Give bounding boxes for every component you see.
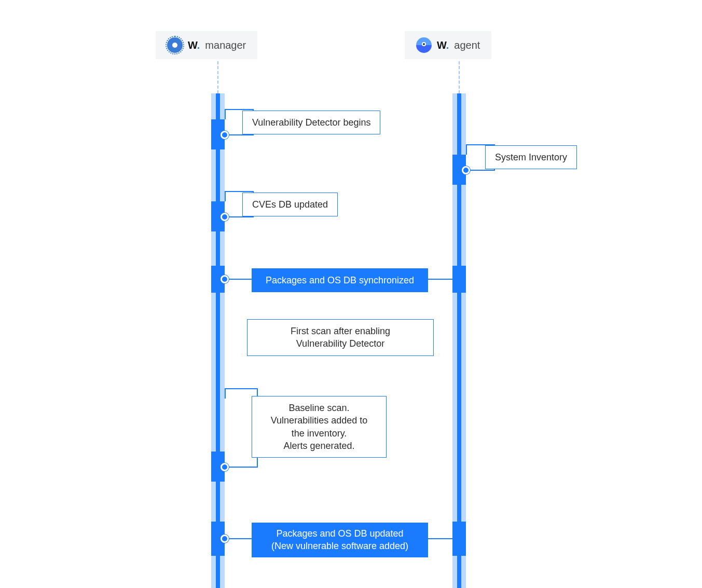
- connector-line: [229, 216, 254, 217]
- wazuh-logo-text: W: [188, 39, 200, 51]
- lifeline-dash-agent: [459, 61, 460, 93]
- step-text: First scan after enabling: [291, 326, 390, 336]
- step-text: (New vulnerable software added): [271, 541, 408, 551]
- connector-line: [225, 109, 254, 110]
- connector-line: [225, 388, 258, 389]
- connector-dot: [221, 463, 229, 471]
- connector-line: [470, 170, 495, 171]
- connector-line: [225, 388, 226, 399]
- step-vuln-detector-begins: Vulnerability Detector begins: [242, 111, 380, 134]
- connector-dot: [221, 535, 229, 543]
- sequence-diagram: W manager W agent Vulnerability Detector…: [0, 0, 702, 588]
- participant-agent: W agent: [405, 31, 491, 59]
- step-text: CVEs DB updated: [252, 199, 328, 210]
- step-baseline-scan: Baseline scan. Vulnerabilities added to …: [252, 396, 387, 458]
- wazuh-logo-text: W: [437, 39, 449, 51]
- step-db-updated: Packages and OS DB updated (New vulnerab…: [252, 523, 428, 557]
- step-text: Packages and OS DB updated: [276, 528, 403, 539]
- exec-block: [452, 266, 466, 293]
- step-sync: Packages and OS DB synchronized: [252, 268, 428, 292]
- activation-manager: [216, 93, 220, 588]
- lifeline-dash-manager: [217, 61, 218, 93]
- step-text: Packages and OS DB synchronized: [266, 275, 414, 285]
- connector-line: [229, 134, 254, 135]
- connector-line: [225, 191, 254, 192]
- wazuh-agent-icon: [416, 37, 432, 53]
- step-text: System Inventory: [495, 152, 567, 162]
- connector-dot: [462, 166, 470, 174]
- connector-line: [225, 109, 226, 119]
- connector-dot: [221, 275, 229, 283]
- participant-manager: W manager: [156, 31, 257, 59]
- step-text: Vulnerability Detector: [296, 338, 384, 349]
- step-system-inventory: System Inventory: [485, 145, 577, 169]
- step-text: Baseline scan.: [288, 403, 349, 413]
- step-text: the inventory.: [292, 428, 347, 439]
- connector-dot: [221, 213, 229, 221]
- connector-line: [466, 144, 467, 155]
- step-cves-updated: CVEs DB updated: [242, 193, 338, 216]
- step-text: Alerts generated.: [283, 441, 354, 451]
- connector-line: [225, 191, 226, 201]
- participant-manager-label: manager: [205, 39, 246, 51]
- wazuh-manager-icon: [167, 37, 183, 53]
- connector-dot: [221, 131, 229, 139]
- step-text: Vulnerabilities added to: [271, 415, 367, 426]
- exec-block: [452, 522, 466, 556]
- participant-agent-label: agent: [454, 39, 480, 51]
- connector-line: [229, 467, 258, 468]
- step-text: Vulnerability Detector begins: [252, 117, 370, 128]
- step-first-scan: First scan after enabling Vulnerability …: [247, 319, 434, 356]
